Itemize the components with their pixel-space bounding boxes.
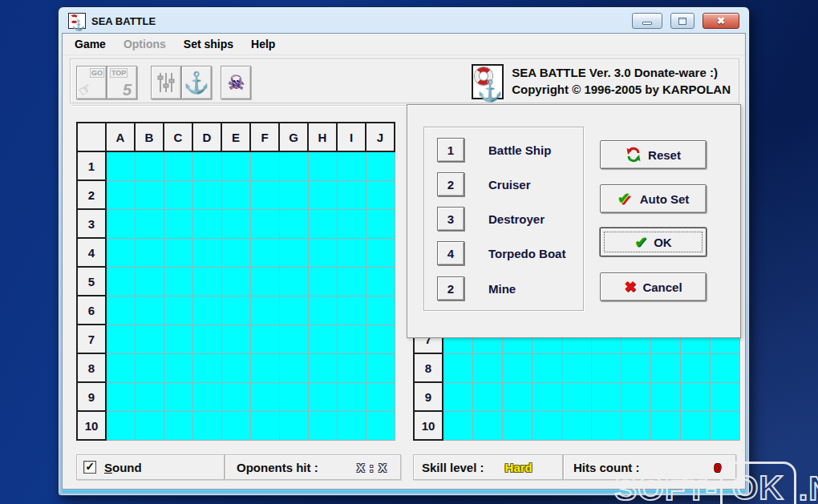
player-cell-A3[interactable]: [106, 209, 135, 238]
enemy-cell-F10[interactable]: [591, 411, 621, 440]
player-cell-B3[interactable]: [135, 209, 164, 238]
enemy-cell-C10[interactable]: [502, 411, 532, 440]
player-cell-D9[interactable]: [192, 382, 221, 411]
ship-count-button[interactable]: 2: [437, 276, 464, 300]
player-cell-E4[interactable]: [221, 238, 250, 267]
player-cell-D7[interactable]: [192, 325, 221, 353]
enemy-cell-J8[interactable]: [710, 353, 739, 382]
player-cell-A5[interactable]: [106, 267, 135, 296]
player-cell-A2[interactable]: [106, 180, 135, 209]
enemy-cell-E10[interactable]: [561, 411, 591, 440]
sound-checkbox[interactable]: ✓: [83, 461, 96, 474]
player-cell-D3[interactable]: [192, 209, 221, 238]
player-cell-F8[interactable]: [250, 353, 279, 382]
player-cell-E5[interactable]: [221, 267, 250, 296]
player-cell-J8[interactable]: [366, 353, 395, 382]
enemy-cell-C8[interactable]: [502, 353, 532, 382]
player-cell-F4[interactable]: [250, 238, 279, 267]
player-cell-B9[interactable]: [135, 382, 164, 411]
enemy-cell-A9[interactable]: [443, 382, 472, 411]
menu-item-help[interactable]: Help: [242, 34, 284, 54]
player-cell-J2[interactable]: [366, 180, 395, 209]
player-cell-E3[interactable]: [221, 209, 250, 238]
player-cell-E8[interactable]: [221, 353, 250, 382]
maximize-button[interactable]: [670, 13, 694, 29]
enemy-cell-F8[interactable]: [591, 353, 621, 382]
player-cell-D6[interactable]: [192, 296, 221, 325]
enemy-cell-A10[interactable]: [443, 411, 472, 440]
enemy-cell-H10[interactable]: [650, 411, 680, 440]
player-cell-E9[interactable]: [221, 382, 250, 411]
player-cell-J6[interactable]: [366, 296, 395, 325]
player-cell-E6[interactable]: [221, 296, 250, 325]
player-cell-B5[interactable]: [135, 267, 164, 296]
enemy-cell-I10[interactable]: [680, 411, 710, 440]
player-cell-H3[interactable]: [308, 209, 337, 238]
player-cell-A7[interactable]: [106, 325, 135, 353]
player-cell-G6[interactable]: [279, 296, 308, 325]
close-button[interactable]: ✖: [703, 13, 739, 29]
ok-button[interactable]: ✔ OK: [600, 228, 707, 256]
player-cell-I10[interactable]: [337, 411, 366, 440]
ship-count-button[interactable]: 3: [437, 207, 464, 231]
player-cell-H8[interactable]: [308, 353, 337, 382]
player-cell-G4[interactable]: [279, 238, 308, 267]
menu-item-set-ships[interactable]: Set ships: [175, 34, 242, 54]
enemy-cell-B8[interactable]: [472, 353, 502, 382]
player-cell-F3[interactable]: [250, 209, 279, 238]
player-cell-G8[interactable]: [279, 353, 308, 382]
cancel-button[interactable]: ✖ Cancel: [600, 272, 707, 301]
reset-button[interactable]: Reset: [600, 140, 707, 169]
player-cell-C2[interactable]: [164, 180, 192, 209]
player-cell-D2[interactable]: [192, 180, 221, 209]
player-cell-G2[interactable]: [279, 180, 308, 209]
player-cell-G7[interactable]: [279, 325, 308, 353]
player-cell-I1[interactable]: [337, 151, 366, 180]
player-cell-H5[interactable]: [308, 267, 337, 296]
enemy-cell-E9[interactable]: [561, 382, 591, 411]
player-cell-G9[interactable]: [279, 382, 308, 411]
player-cell-D5[interactable]: [192, 267, 221, 296]
player-cell-G1[interactable]: [279, 151, 308, 180]
player-cell-A1[interactable]: [106, 151, 135, 180]
player-cell-I6[interactable]: [337, 296, 366, 325]
enemy-cell-J10[interactable]: [710, 411, 739, 440]
player-cell-B8[interactable]: [135, 353, 164, 382]
ship-count-button[interactable]: 4: [437, 241, 464, 265]
player-cell-A10[interactable]: [106, 411, 135, 440]
enemy-cell-B9[interactable]: [472, 382, 502, 411]
player-cell-I5[interactable]: [337, 267, 366, 296]
options-button[interactable]: [151, 66, 181, 99]
player-cell-A8[interactable]: [106, 353, 135, 382]
auto-set-button[interactable]: ✔ ✔ Auto Set: [600, 184, 707, 213]
enemy-cell-D9[interactable]: [532, 382, 561, 411]
player-cell-H7[interactable]: [308, 325, 337, 353]
player-cell-F5[interactable]: [250, 267, 279, 296]
player-cell-G10[interactable]: [279, 411, 308, 440]
player-cell-C6[interactable]: [164, 296, 192, 325]
player-cell-D4[interactable]: [192, 238, 221, 267]
enemy-cell-H8[interactable]: [650, 353, 680, 382]
player-cell-I2[interactable]: [337, 180, 366, 209]
enemy-cell-A8[interactable]: [443, 353, 472, 382]
player-cell-I3[interactable]: [337, 209, 366, 238]
player-cell-B10[interactable]: [135, 411, 164, 440]
player-cell-J9[interactable]: [366, 382, 395, 411]
player-cell-B1[interactable]: [135, 151, 164, 180]
enemy-cell-I8[interactable]: [680, 353, 710, 382]
player-cell-C10[interactable]: [164, 411, 192, 440]
player-cell-B4[interactable]: [135, 238, 164, 267]
player-cell-C7[interactable]: [164, 325, 192, 353]
player-cell-H6[interactable]: [308, 296, 337, 325]
player-cell-E1[interactable]: [221, 151, 250, 180]
player-cell-D1[interactable]: [192, 151, 221, 180]
player-cell-I7[interactable]: [337, 325, 366, 353]
player-cell-D10[interactable]: [192, 411, 221, 440]
player-cell-A4[interactable]: [106, 238, 135, 267]
player-cell-I9[interactable]: [337, 382, 366, 411]
player-cell-H4[interactable]: [308, 238, 337, 267]
enemy-cell-I9[interactable]: [680, 382, 710, 411]
player-cell-D8[interactable]: [192, 353, 221, 382]
player-cell-E2[interactable]: [221, 180, 250, 209]
player-cell-C1[interactable]: [164, 151, 192, 180]
